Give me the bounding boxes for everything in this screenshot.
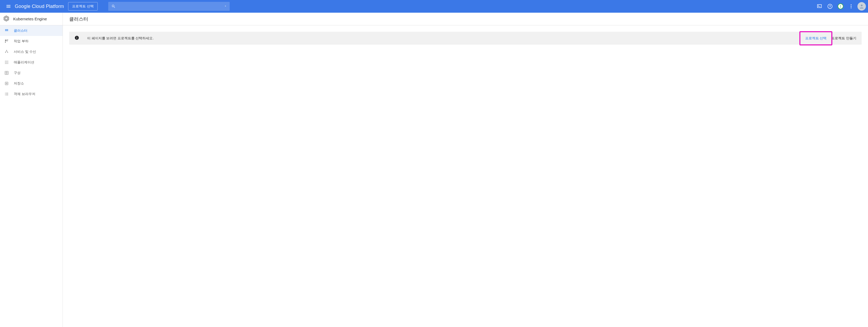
svg-rect-35 <box>5 93 6 93</box>
sidebar-item-label: 객체 브라우저 <box>14 92 35 96</box>
svg-text:?: ? <box>829 4 831 8</box>
svg-point-4 <box>850 7 851 8</box>
svg-point-22 <box>6 61 7 62</box>
svg-rect-9 <box>6 29 7 30</box>
svg-point-23 <box>7 61 8 62</box>
account-avatar[interactable] <box>858 2 866 10</box>
clusters-icon <box>4 29 9 33</box>
svg-rect-8 <box>5 29 6 30</box>
info-icon <box>74 35 79 41</box>
svg-point-28 <box>6 63 7 64</box>
search-icon <box>111 4 116 8</box>
sidebar-item-configuration[interactable]: 구성 <box>0 68 63 78</box>
banner-create-project-link[interactable]: 프로젝트 만들기 <box>831 36 857 41</box>
search-box[interactable] <box>108 2 230 11</box>
workloads-icon <box>4 39 9 43</box>
svg-point-3 <box>850 6 851 7</box>
svg-rect-12 <box>6 30 7 31</box>
svg-point-2 <box>850 4 851 5</box>
help-icon[interactable]: ? <box>825 0 835 13</box>
svg-rect-13 <box>7 30 8 31</box>
menu-icon[interactable] <box>2 0 15 13</box>
configuration-icon <box>4 71 9 75</box>
topbar: Google Cloud Platform 프로젝트 선택 ? 1 <box>0 0 868 13</box>
info-banner: 이 페이지를 보려면 프로젝트를 선택하세요. 프로젝트 선택 프로젝트 만들기 <box>69 32 862 44</box>
svg-rect-17 <box>5 41 6 43</box>
sidebar-item-object-browser[interactable]: 객체 브라우저 <box>0 89 63 99</box>
svg-point-25 <box>6 62 7 63</box>
svg-rect-38 <box>6 94 8 94</box>
svg-marker-7 <box>5 17 8 20</box>
svg-rect-39 <box>5 95 6 95</box>
svg-rect-33 <box>5 82 8 85</box>
svg-rect-36 <box>6 93 8 93</box>
sidebar-item-label: 저장소 <box>14 81 24 86</box>
services-icon <box>4 50 9 54</box>
sidebar-item-storage[interactable]: 저장소 <box>0 78 63 89</box>
svg-point-24 <box>5 62 6 63</box>
svg-point-21 <box>5 61 6 62</box>
notifications-count-badge: 1 <box>838 3 843 9</box>
svg-rect-42 <box>76 37 77 39</box>
kubernetes-icon <box>3 15 9 23</box>
svg-rect-16 <box>7 41 8 41</box>
sidebar-item-label: 작업 부하 <box>14 39 29 43</box>
main-content: 클러스터 이 페이지를 보려면 프로젝트를 선택하세요. 프로젝트 선택 프로젝… <box>63 13 868 327</box>
applications-icon <box>4 60 9 64</box>
sidebar: Kubernetes Engine 클러스터 작업 부하 서비스 및 수신 애플… <box>0 13 63 327</box>
sidebar-item-applications[interactable]: 애플리케이션 <box>0 57 63 68</box>
sidebar-product-title: Kubernetes Engine <box>13 17 47 21</box>
brand-title: Google Cloud Platform <box>15 4 64 9</box>
svg-rect-15 <box>7 40 8 40</box>
svg-point-34 <box>6 83 7 84</box>
sidebar-item-workloads[interactable]: 작업 부하 <box>0 36 63 47</box>
svg-rect-11 <box>5 30 6 31</box>
caret-down-icon[interactable] <box>224 4 227 9</box>
svg-rect-37 <box>5 94 6 94</box>
object-browser-icon <box>4 92 9 96</box>
sidebar-item-label: 서비스 및 수신 <box>14 50 36 54</box>
svg-rect-10 <box>7 29 8 30</box>
svg-rect-19 <box>5 52 6 53</box>
svg-rect-43 <box>76 37 77 37</box>
page-title: 클러스터 <box>63 13 868 25</box>
banner-message: 이 페이지를 보려면 프로젝트를 선택하세요. <box>87 36 154 41</box>
search-input[interactable] <box>118 4 224 8</box>
svg-point-29 <box>7 63 8 64</box>
sidebar-item-label: 구성 <box>14 70 21 75</box>
svg-point-27 <box>5 63 6 64</box>
sidebar-item-label: 애플리케이션 <box>14 60 34 65</box>
sidebar-product-header[interactable]: Kubernetes Engine <box>0 13 63 25</box>
svg-rect-14 <box>5 40 6 41</box>
svg-rect-40 <box>6 95 8 95</box>
cloud-shell-icon[interactable] <box>814 0 825 13</box>
more-vert-icon[interactable] <box>846 0 857 13</box>
sidebar-item-label: 클러스터 <box>14 28 27 33</box>
svg-rect-18 <box>6 50 7 51</box>
storage-icon <box>4 81 9 86</box>
svg-point-5 <box>861 4 863 6</box>
notifications-button[interactable]: 1 <box>835 0 846 13</box>
svg-rect-20 <box>7 52 8 53</box>
svg-point-26 <box>7 62 8 63</box>
banner-select-project-link[interactable]: 프로젝트 선택 <box>805 36 827 41</box>
project-selector-button[interactable]: 프로젝트 선택 <box>68 2 98 10</box>
sidebar-item-services[interactable]: 서비스 및 수신 <box>0 47 63 57</box>
sidebar-item-clusters[interactable]: 클러스터 <box>0 25 63 36</box>
